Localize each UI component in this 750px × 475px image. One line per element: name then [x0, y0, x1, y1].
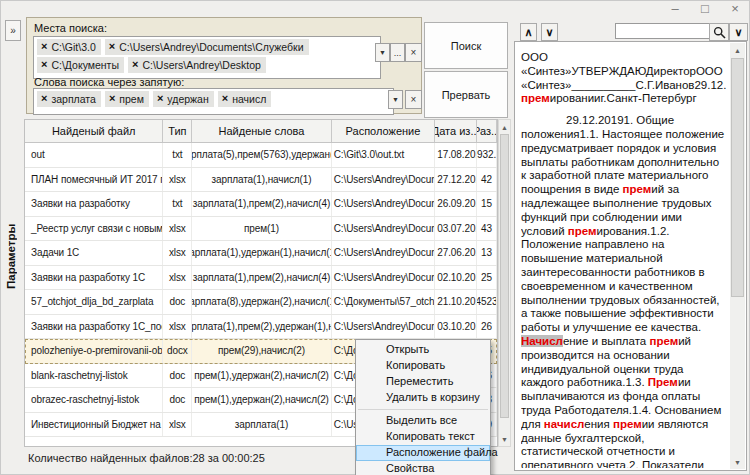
cell-location: C:\Документы\57_otchjot_dlja_b... — [332, 290, 436, 314]
cell-date: 03.10.20... — [435, 315, 477, 339]
cell-size: 4523 — [477, 290, 497, 314]
tab-parameters[interactable]: Параметры — [0, 200, 22, 312]
cell-date: 27.12.20... — [435, 168, 477, 192]
menu-item[interactable]: Свойства — [356, 461, 490, 475]
highlight-match: начисл — [544, 418, 585, 430]
table-row[interactable]: outtxtзарплата(5),прем(5763),удержан(3)C… — [25, 143, 497, 168]
column-header[interactable]: Найденые слова — [192, 120, 331, 142]
cell-file: Заявки на разработку — [25, 192, 163, 216]
table-header-row: Найденый файлТипНайденые словаРасположен… — [25, 120, 497, 143]
column-header[interactable]: Раз... — [477, 120, 497, 142]
preview-text: ООО «Синтез»УТВЕРЖДАЮДиректорООО «Синтез… — [521, 51, 726, 468]
menu-item[interactable]: Переместить — [356, 374, 490, 390]
chip-remove-icon[interactable]: × — [222, 93, 228, 104]
menu-item[interactable]: Копировать текст — [356, 429, 490, 445]
chevron-down-icon: ∨ — [545, 26, 553, 39]
column-header[interactable]: Найденый файл — [25, 120, 163, 142]
table-row[interactable]: ПЛАН помесячный ИТ 2017 годxlsxзарплата(… — [25, 168, 497, 193]
table-row[interactable]: 57_otchjot_dlja_bd_zarplatadocзарплата(8… — [25, 290, 497, 315]
cell-location: C:\Users\Andrey\Documents\Слу... — [332, 192, 436, 216]
table-row[interactable]: Задачи 1Сxlsxзарплата(1),удержан(1),начи… — [25, 241, 497, 266]
prev-match-button[interactable]: ∧ — [520, 23, 537, 41]
cell-words: прем(1) — [192, 217, 331, 241]
scroll-up-icon[interactable]: ▲ — [499, 120, 510, 134]
search-button[interactable]: Поиск — [424, 22, 508, 69]
chip-remove-icon[interactable]: × — [41, 41, 47, 52]
chip-remove-icon[interactable]: × — [109, 93, 115, 104]
table-row[interactable]: Заявки на разработкуtxtзарплата(1),прем(… — [25, 192, 497, 217]
menu-item[interactable]: Открыть — [356, 342, 490, 358]
cell-size: 26 — [477, 315, 497, 339]
close-button[interactable]: × — [725, 0, 745, 18]
table-row[interactable]: Заявки на разработку 1Сxlsxзарплата(1),п… — [25, 266, 497, 291]
places-clear-button[interactable]: × — [405, 43, 422, 62]
menu-item[interactable]: Удалить в корзину — [356, 390, 490, 406]
minimize-button[interactable]: – — [665, 0, 685, 18]
cell-words: зарплата(1),начисл(1) — [192, 168, 331, 192]
status-text: Количество найденных файлов:28 за 00:00:… — [28, 452, 265, 464]
find-input[interactable] — [615, 23, 711, 39]
table-scrollbar-thumb[interactable] — [500, 134, 509, 418]
menu-item[interactable]: Копировать — [356, 358, 490, 374]
cell-type: xlsx — [163, 241, 192, 265]
cell-size: 15 — [477, 192, 497, 216]
ellipsis-icon: ... — [394, 48, 402, 58]
search-chip: ×зарплата — [37, 91, 101, 107]
cell-type: txt — [163, 143, 192, 167]
collapse-panel-button[interactable]: » — [5, 20, 21, 41]
maximize-button[interactable]: □ — [695, 0, 715, 18]
cell-words: зарплата(5),прем(5763),удержан(3) — [192, 143, 331, 167]
cell-location: C:\Git\3.0\out.txt — [332, 143, 436, 167]
cell-type: doc — [163, 388, 192, 412]
find-button[interactable] — [709, 23, 729, 41]
menu-item[interactable]: Расположение файла — [356, 445, 490, 461]
preview-scrollbar-thumb[interactable] — [731, 58, 744, 297]
search-chip: ×C:\Users\Andrey\Documents\Служебки — [105, 39, 309, 55]
places-browse-button[interactable]: ... — [390, 43, 405, 62]
cell-type: docx — [163, 339, 192, 363]
cell-file: Заявки на разработку 1С — [25, 266, 163, 290]
cell-date: 27.06.20... — [435, 241, 477, 265]
column-header[interactable]: Дата из... — [435, 120, 477, 142]
places-dropdown-button[interactable]: ▼ — [375, 43, 390, 62]
column-header[interactable]: Расположение — [332, 120, 436, 142]
search-chip: ×удержан — [153, 91, 214, 107]
cell-type: xlsx — [163, 315, 192, 339]
cell-size: 13 — [477, 241, 497, 265]
preview-scrollbar[interactable]: ▲ ▼ — [730, 43, 745, 469]
abort-button[interactable]: Прервать — [424, 71, 508, 118]
chip-remove-icon[interactable]: × — [109, 41, 115, 52]
places-input[interactable]: ×C:\Git\3.0×C:\Users\Andrey\Documents\Сл… — [33, 36, 381, 79]
preview-text-run: ение и выплата — [563, 335, 650, 347]
preview-area[interactable]: ООО «Синтез»УТВЕРЖДАЮДиректорООО «Синтез… — [514, 41, 747, 471]
cell-type: xlsx — [163, 217, 192, 241]
words-input[interactable]: ×зарплата×прем×удержан×начисл — [33, 88, 394, 115]
cell-file: _Реестр услуг связи с новыми т... — [25, 217, 163, 241]
chip-remove-icon[interactable]: × — [132, 59, 138, 70]
next-match-button[interactable]: ∨ — [541, 23, 558, 41]
column-header[interactable]: Тип — [163, 120, 192, 142]
menu-item[interactable]: Выделить все — [356, 413, 490, 429]
chip-label: C:\Git\3.0 — [51, 41, 95, 53]
highlight-match: прем — [521, 92, 550, 104]
table-row[interactable]: _Реестр услуг связи с новыми т...xlsxпре… — [25, 217, 497, 242]
words-clear-button[interactable]: × — [405, 90, 422, 109]
chip-remove-icon[interactable]: × — [41, 59, 47, 70]
chip-remove-icon[interactable]: × — [157, 93, 163, 104]
chip-remove-icon[interactable]: × — [41, 93, 47, 104]
scroll-down-icon[interactable]: ▼ — [499, 432, 510, 446]
chip-label: C:\Users\Andrey\Desktop — [142, 59, 260, 71]
scroll-down-icon[interactable]: ▼ — [730, 455, 745, 469]
words-dropdown-button[interactable]: ▼ — [388, 90, 403, 109]
scroll-up-icon[interactable]: ▲ — [730, 43, 745, 57]
app-window: { "window": {"controls": {"minimize": "–… — [0, 0, 750, 475]
cell-words: зарплата(1),прем(2),удержан(1),н... — [192, 315, 331, 339]
table-row[interactable]: Заявки на разработку 1С_посл...xlsxзарпл… — [25, 315, 497, 340]
magnifier-icon — [713, 26, 726, 39]
cell-type: xlsx — [163, 413, 192, 437]
find-options-button[interactable]: ∨ — [729, 23, 748, 41]
cell-file: obrazec-raschetnyj-listok — [25, 388, 163, 412]
chip-label: удержан — [167, 93, 208, 105]
chip-label: C:\Документы — [51, 59, 119, 71]
table-scrollbar[interactable]: ▲ ▼ — [498, 119, 511, 447]
